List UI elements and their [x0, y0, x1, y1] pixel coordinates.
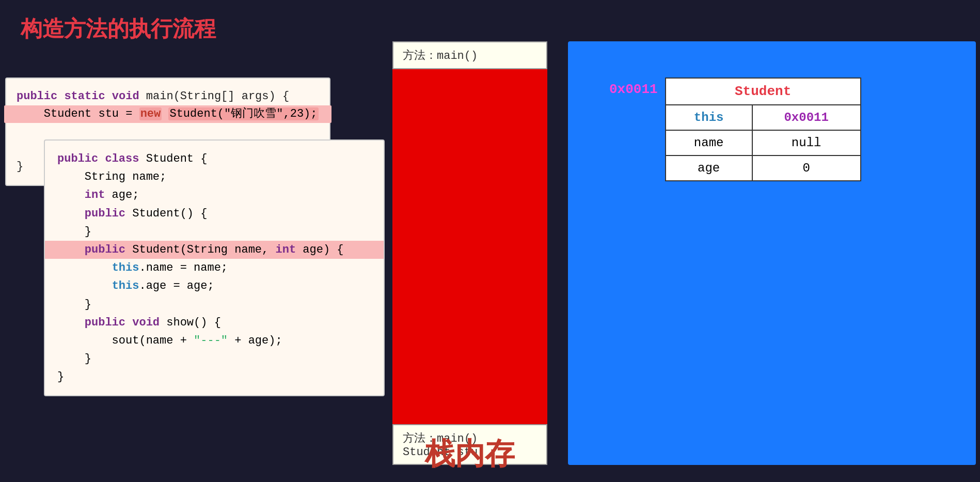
field-name: name: [666, 130, 752, 156]
class-line-1: public class Student {: [57, 150, 371, 168]
class-line-5: }: [57, 223, 371, 241]
page-title: 构造方法的执行流程: [21, 14, 216, 43]
class-line-9: }: [57, 296, 371, 314]
code-line-2-highlighted: Student stu = new Student("钢门吹雪",23);: [4, 105, 331, 123]
class-line-12: }: [57, 350, 371, 368]
table-row: this 0x0011: [666, 105, 861, 130]
class-line-2: String name;: [57, 168, 371, 186]
class-line-11: sout(name + "---" + age);: [57, 332, 371, 350]
value-name: null: [752, 130, 861, 156]
class-line-7: this.name = name;: [57, 259, 371, 277]
class-line-6-highlighted: public Student(String name, int age) {: [45, 241, 384, 259]
code-panel-class: public class Student { String name; int …: [44, 139, 385, 396]
obj-table-header: Student: [666, 78, 861, 105]
code-line-1: public static void main(String[] args) {: [17, 90, 289, 103]
obj-address: 0x0011: [609, 82, 658, 97]
stack-memory-label: 栈内存: [392, 434, 547, 474]
table-row: age 0: [666, 156, 861, 181]
field-age: age: [666, 156, 752, 181]
stack-body: [392, 69, 547, 424]
stack-top-label: 方法：main(): [392, 41, 547, 69]
class-line-10: public void show() {: [57, 314, 371, 332]
class-line-4: public Student() {: [57, 205, 371, 223]
field-this: this: [666, 105, 752, 130]
class-line-3: int age;: [57, 186, 371, 204]
class-line-8: this.age = age;: [57, 277, 371, 295]
class-line-13: }: [57, 368, 371, 386]
value-age: 0: [752, 156, 861, 181]
stack-area: 方法：main() 方法：main() Student stu: [392, 41, 547, 465]
value-this: 0x0011: [752, 105, 861, 130]
code-line-4: }: [17, 160, 23, 173]
table-row: name null: [666, 130, 861, 156]
object-container: 0x0011 Student this 0x0011 name null age…: [609, 77, 861, 181]
obj-table: Student this 0x0011 name null age 0: [665, 77, 861, 181]
